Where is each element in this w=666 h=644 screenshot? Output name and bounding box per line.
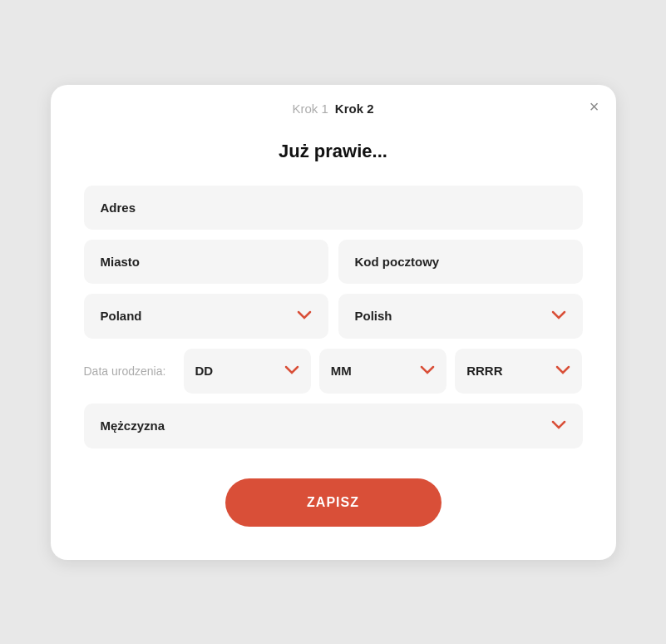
country-select[interactable]: Poland (84, 294, 328, 339)
city-label: Miasto (101, 255, 141, 269)
chevron-down-icon (555, 364, 570, 379)
gender-select[interactable]: Mężczyzna (84, 404, 583, 448)
country-label: Poland (101, 309, 142, 323)
chevron-down-icon (420, 364, 435, 379)
city-postal-row: Miasto Kod pocztowy (84, 240, 583, 284)
gender-row: Mężczyzna (84, 404, 583, 448)
gender-label: Mężczyzna (101, 419, 165, 433)
dob-label: Data urodzenia: (84, 364, 175, 378)
form-area: Adres Miasto Kod pocztowy Poland (51, 186, 616, 448)
dob-month-select[interactable]: MM (319, 349, 446, 394)
country-language-row: Poland Polish (84, 294, 583, 339)
postal-field[interactable]: Kod pocztowy (338, 240, 583, 284)
step2-label: Krok 2 (335, 102, 374, 116)
chevron-down-icon (297, 309, 312, 324)
address-field[interactable]: Adres (84, 186, 583, 230)
chevron-down-icon (551, 419, 566, 433)
modal: × Krok 1 Krok 2 Już prawie... Adres Mias… (51, 85, 616, 560)
language-label: Polish (355, 309, 392, 323)
dob-month-label: MM (331, 364, 352, 378)
page-title: Już prawie... (51, 141, 616, 162)
dob-row: Data urodzenia: DD MM RRRR (84, 349, 583, 394)
dob-day-label: DD (195, 364, 214, 378)
language-select[interactable]: Polish (338, 294, 583, 339)
city-field[interactable]: Miasto (84, 240, 328, 284)
address-label: Adres (101, 201, 136, 215)
step1-label: Krok 1 (292, 102, 328, 116)
address-row: Adres (84, 186, 583, 230)
close-button[interactable]: × (590, 98, 599, 115)
submit-area: ZAPISZ (51, 478, 616, 527)
steps-bar: Krok 1 Krok 2 (51, 85, 616, 124)
dob-year-label: RRRR (466, 364, 502, 378)
submit-button[interactable]: ZAPISZ (225, 478, 442, 527)
chevron-down-icon (284, 364, 299, 379)
chevron-down-icon (551, 309, 566, 324)
dob-day-select[interactable]: DD (184, 349, 311, 394)
postal-label: Kod pocztowy (355, 255, 440, 269)
dob-year-select[interactable]: RRRR (455, 349, 582, 394)
